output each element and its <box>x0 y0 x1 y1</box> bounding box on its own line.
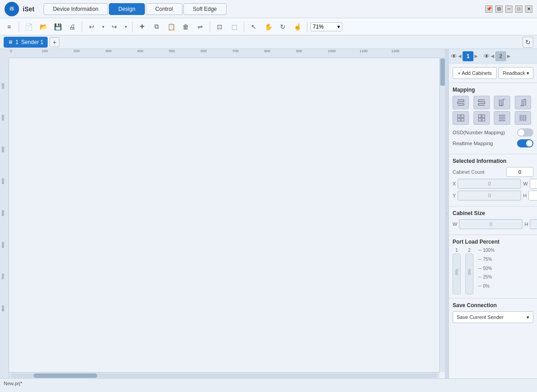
y-input[interactable] <box>458 191 521 201</box>
ch-input[interactable] <box>530 219 537 229</box>
mapping-icon-1[interactable] <box>473 96 490 109</box>
svg-rect-1 <box>461 115 464 118</box>
add-sender-button[interactable]: + <box>49 37 59 47</box>
canvas-area[interactable] <box>9 58 445 378</box>
select-tool[interactable]: ↖ <box>247 20 260 33</box>
cw-input[interactable] <box>459 219 522 229</box>
osd-toggle[interactable] <box>517 128 533 137</box>
x-input[interactable] <box>458 179 521 189</box>
rotate-tool[interactable]: ↻ <box>276 20 289 33</box>
delete-button[interactable]: 🗑 <box>179 20 192 33</box>
ruler-h-10: 1000 <box>328 49 336 53</box>
open-button[interactable]: 📂 <box>37 20 49 33</box>
close-button[interactable]: ✕ <box>525 5 532 13</box>
output-selector: 👁 ◀ 1 ▶ 👁 ◀ 2 ▶ <box>449 49 537 64</box>
mapping-icon-0[interactable] <box>453 96 469 109</box>
readback-button[interactable]: Readback ▾ <box>498 67 533 79</box>
cabinet-size-section: Cabinet Size W H <box>449 206 537 235</box>
hand-tool[interactable]: ✋ <box>262 20 275 33</box>
mapping-icon-2[interactable] <box>494 96 510 109</box>
output-2-prev[interactable]: ◀ <box>491 54 494 59</box>
ruler-v-2: 300 <box>1 147 5 152</box>
output-2-button[interactable]: 2 <box>495 51 506 61</box>
scale-25: 25% <box>478 274 495 279</box>
realtime-toggle-row: Realtime Mapping <box>453 139 533 147</box>
undo-dropdown[interactable]: ▾ <box>100 20 106 33</box>
print-button[interactable]: 🖨 <box>66 20 79 33</box>
panel-resize-handle[interactable]: ⋮ <box>445 49 448 378</box>
point-tool[interactable]: ☝ <box>291 20 304 33</box>
refresh-button[interactable]: ↻ <box>522 37 533 48</box>
cabinet-count-input[interactable] <box>506 167 533 177</box>
window-controls: 📌 ⊟ ─ □ ✕ <box>485 5 532 13</box>
mapping-icon-6[interactable] <box>494 111 510 125</box>
save-current-sender-dropdown[interactable]: Save Current Sender ▾ <box>453 311 533 323</box>
new-button[interactable]: 📄 <box>22 20 35 33</box>
minimize-button[interactable]: ─ <box>505 5 512 13</box>
tab-soft-edge[interactable]: Soft Edge <box>183 3 227 15</box>
h-scroll-thumb[interactable] <box>34 373 97 378</box>
w-input[interactable] <box>530 179 537 189</box>
tab-control[interactable]: Control <box>146 3 182 15</box>
port-bar-1: 1 0% <box>453 248 461 294</box>
ruler-horizontal: 0 100 200 300 400 500 600 700 800 900 10… <box>9 49 445 58</box>
add-cabinets-button[interactable]: + Add Cabinets <box>453 67 497 79</box>
output-1-button[interactable]: 1 <box>463 51 473 61</box>
v-scroll-thumb[interactable] <box>440 59 445 86</box>
y-label: Y <box>453 193 456 198</box>
horizontal-scrollbar[interactable] <box>9 372 439 378</box>
save-connection-section: Save Connection Save Current Sender ▾ <box>449 299 537 327</box>
realtime-label: Realtime Mapping <box>453 141 493 146</box>
ruler-corner <box>0 49 9 58</box>
ruler-h-3: 300 <box>105 49 111 53</box>
vertical-scrollbar[interactable] <box>439 58 445 372</box>
app-logo: iS <box>5 2 19 16</box>
ch-label: H <box>524 221 528 227</box>
maximize-button[interactable]: □ <box>515 5 522 13</box>
port-load-chart: 1 0% 2 0% <box>453 248 533 294</box>
w-label: W <box>523 181 527 186</box>
scale-100-line <box>478 250 482 250</box>
undo-button[interactable]: ↩ <box>85 20 98 33</box>
output-2-next[interactable]: ▶ <box>507 54 511 59</box>
port-bars: 1 0% 2 0% <box>453 248 473 294</box>
canvas-inner <box>9 58 445 378</box>
mapping-icon-5[interactable] <box>473 111 490 125</box>
realtime-toggle[interactable] <box>517 139 533 147</box>
mapping-icon-7[interactable] <box>515 111 531 125</box>
port-scale: 100% 75% 50% 25% <box>476 248 497 289</box>
save-button[interactable]: 💾 <box>51 20 64 33</box>
swap-button[interactable]: ⇌ <box>194 20 207 33</box>
ruler-h-1: 100 <box>42 49 48 53</box>
tab-device-information[interactable]: Device Information <box>44 3 108 15</box>
layer-button[interactable]: ⬚ <box>228 20 241 33</box>
minimize-to-tray-button[interactable]: ⊟ <box>495 5 503 13</box>
tab-design[interactable]: Design <box>109 3 145 15</box>
sender-tab[interactable]: 🖥 1 Sender 1 <box>4 37 48 48</box>
copy-button[interactable]: ⧉ <box>150 20 163 33</box>
redo-button[interactable]: ↪ <box>108 20 121 33</box>
mapping-icon-3[interactable] <box>515 96 531 109</box>
x-label: X <box>453 181 456 186</box>
fit-button[interactable]: ⊡ <box>213 20 226 33</box>
output-1-prev[interactable]: ◀ <box>458 54 462 59</box>
add-button[interactable]: + <box>136 20 148 33</box>
ruler-vertical: 100 200 300 400 500 600 700 800 <box>0 58 9 378</box>
paste-button[interactable]: 📋 <box>165 20 177 33</box>
mapping-icon-4[interactable] <box>453 111 469 125</box>
ruler-v-5: 600 <box>1 242 5 248</box>
ruler-v-7: 800 <box>1 305 5 311</box>
cabinet-size-title: Cabinet Size <box>453 210 533 216</box>
pin-button[interactable]: 📌 <box>485 5 493 13</box>
file-name: New.prj* <box>4 381 22 386</box>
zoom-selector[interactable]: 71% ▾ <box>310 22 342 31</box>
menu-button[interactable]: ≡ <box>3 20 15 33</box>
sender-row: 🖥 1 Sender 1 + ↻ <box>0 35 537 49</box>
sender-name: Sender 1 <box>21 39 44 45</box>
cw-label: W <box>453 221 457 227</box>
toolbar: ≡ 📄 📂 💾 🖨 ↩ ▾ ↪ ▾ + ⧉ 📋 🗑 ⇌ ⊡ ⬚ ↖ ✋ ↻ ☝ … <box>0 18 537 35</box>
tab-nav: Device Information Design Control Soft E… <box>44 3 485 15</box>
h-input[interactable] <box>528 191 537 201</box>
redo-dropdown[interactable]: ▾ <box>123 20 129 33</box>
output-1-next[interactable]: ▶ <box>474 54 478 59</box>
